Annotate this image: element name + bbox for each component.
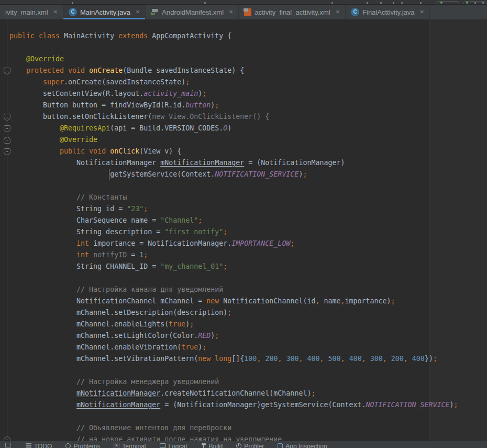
tool-window-button-build[interactable]: Build	[201, 443, 223, 448]
code-token	[85, 67, 89, 74]
code-line[interactable]: // Настройка менеджера уведомлений	[9, 376, 458, 388]
fold-minus-glyph: −	[6, 126, 8, 131]
code-line[interactable]	[9, 365, 458, 376]
code-token: getSystemService(Context.	[9, 170, 215, 178]
tool-window-label: Build	[209, 443, 223, 448]
code-token: )	[450, 401, 454, 409]
fold-marker[interactable]: −	[4, 137, 10, 144]
code-token: protected void	[26, 67, 85, 74]
build-icon	[201, 443, 206, 448]
tab-activity-final-acttivity-xml[interactable]: activity_final_acttivity.xml✕	[239, 5, 346, 19]
code-line[interactable]: // Константы	[9, 192, 458, 203]
code-line[interactable]: int notifyID = 1;	[9, 249, 458, 261]
tool-window-button-app-inspection[interactable]: App Inspection	[278, 443, 327, 448]
code-token: ;	[454, 401, 458, 409]
tool-window-button-todo[interactable]: TODO	[26, 443, 52, 448]
tab-close-icon[interactable]: ✕	[53, 9, 58, 15]
tab-ivity-main-xml[interactable]: ivity_main.xml✕	[0, 5, 63, 19]
code-line[interactable]: @Override	[9, 134, 458, 146]
code-line[interactable]: setContentView(R.layout.activity_main);	[9, 88, 458, 100]
code-line[interactable]: button.setOnClickListener(new View.OnCli…	[9, 111, 458, 123]
code-line[interactable]: mNotificationManager = (NotificationMana…	[9, 399, 458, 411]
code-line[interactable]: mChannel.setDescription(description);	[9, 307, 458, 319]
code-line[interactable]: String id = "23";	[9, 203, 458, 215]
code-token: 300	[370, 355, 383, 363]
code-line[interactable]: protected void onCreate(Bundle savedInst…	[9, 65, 458, 77]
fold-marker[interactable]: −	[4, 68, 10, 74]
fold-minus-glyph: −	[6, 138, 8, 143]
code-line[interactable]: CharSequence name = "Channel";	[9, 215, 458, 226]
code-line[interactable]: String CHANNEL_ID = "my_channel_01";	[9, 261, 458, 272]
tab-close-icon[interactable]: ✕	[420, 9, 424, 15]
code-token: new View.OnClickListener() {	[152, 113, 269, 121]
tab-androidmanifest-xml[interactable]: MFAndroidManifest.xml✕	[146, 5, 239, 19]
code-line[interactable]: mChannel.setLightColor(Color.RED);	[9, 330, 458, 342]
code-token: mNotificationManager	[76, 401, 160, 409]
toolbar-glyph-remnant	[380, 2, 382, 4]
toolbar-glyph-remnant	[367, 2, 368, 4]
code-line[interactable]: mChannel.enableLights(true);	[9, 319, 458, 330]
tool-window-button-logcat[interactable]: Logcat	[160, 443, 187, 448]
tab-close-icon[interactable]: ✕	[336, 9, 340, 15]
fold-marker[interactable]: −	[4, 436, 10, 441]
code-line[interactable]: @RequiresApi(api = Build.VERSION_CODES.O…	[9, 123, 458, 134]
code-line[interactable]: public void onClick(View v) {	[9, 146, 458, 157]
code-line[interactable]	[9, 42, 458, 53]
code-line[interactable]: NotificationManager mNotificationManager…	[9, 157, 458, 169]
code-line[interactable]: // Настройка канала для уведомлений	[9, 284, 458, 296]
code-token	[9, 136, 60, 144]
code-token: NotificationChannel(id	[219, 297, 315, 305]
fold-marker[interactable]: −	[4, 114, 10, 121]
code-line[interactable]	[9, 272, 458, 284]
code-token: mChannel.setVibrationPattern(	[9, 355, 198, 363]
code-token: 400	[349, 355, 362, 363]
code-line[interactable]: String description = "first notify";	[9, 226, 458, 238]
tool-window-label: Terminal	[122, 443, 146, 448]
code-line[interactable]: Button button = findViewById(R.id.button…	[9, 100, 458, 111]
code-line[interactable]: // на новое активити после нажатия на ув…	[9, 434, 458, 441]
fold-marker[interactable]: −	[4, 125, 10, 132]
code-token: // Настройка канала для уведомлений	[9, 286, 223, 293]
code-token: 100	[244, 355, 257, 363]
code-token: public void	[60, 147, 106, 155]
code-token: ;	[290, 239, 294, 247]
code-line[interactable]: NotificationChannel mChannel = new Notif…	[9, 296, 458, 307]
code-line[interactable]: mChannel.enableVibration(true);	[9, 342, 458, 353]
code-line[interactable]: int importance = NotificationManager.IMP…	[9, 238, 458, 249]
tab-finalacttivity-java[interactable]: CFinalActtivity.java✕	[346, 5, 430, 19]
code-token	[387, 355, 391, 363]
code-token: true	[169, 320, 185, 328]
code-line[interactable]: // Обьявление интентов для переброски	[9, 422, 458, 434]
tab-mainactivity-java[interactable]: CMainActivity.java✕	[63, 5, 146, 19]
code-area[interactable]: public class MainActivity extends AppCom…	[9, 30, 458, 441]
tab-close-icon[interactable]: ✕	[136, 9, 140, 15]
code-token: MainActivity	[60, 32, 118, 40]
tool-window-button-problems[interactable]: Problems	[65, 443, 100, 448]
tool-window-button-profiler[interactable]: Profiler	[236, 443, 264, 448]
code-line[interactable]: mNotificationManager.createNotificationC…	[9, 388, 458, 399]
code-line[interactable]: @Override	[9, 53, 458, 65]
editor-tab-bar: ivity_main.xml✕CMainActivity.java✕MFAndr…	[0, 5, 487, 19]
fold-marker[interactable]: −	[4, 148, 10, 155]
tab-close-icon[interactable]: ✕	[229, 9, 233, 15]
code-token: NOTIFICATION_SERVICE	[366, 401, 449, 409]
code-editor[interactable]: public class MainActivity extends AppCom…	[0, 19, 487, 441]
code-token: String id =	[9, 205, 127, 213]
code-line[interactable]: public class MainActivity extends AppCom…	[9, 30, 458, 42]
code-token: =	[127, 251, 139, 259]
window-layout-icon[interactable]	[5, 443, 11, 447]
text-caret	[109, 169, 109, 180]
code-line[interactable]	[9, 180, 458, 192]
code-token: ;	[303, 170, 307, 178]
tab-label: AndroidManifest.xml	[162, 8, 224, 16]
code-token	[9, 251, 76, 259]
code-token: ;	[198, 216, 202, 224]
code-token: setContentView(R.layout.	[9, 90, 143, 97]
code-line[interactable]: super.onCreate(savedInstanceState);	[9, 77, 458, 88]
run-button-outline[interactable]	[436, 1, 459, 5]
code-line[interactable]: mChannel.setVibrationPattern(new long[]{…	[9, 353, 458, 365]
code-line[interactable]: getSystemService(Context.NOTIFICATION_SE…	[9, 169, 458, 180]
tool-window-button-terminal[interactable]: Terminal	[114, 443, 146, 448]
code-token	[106, 147, 110, 155]
code-line[interactable]	[9, 411, 458, 422]
